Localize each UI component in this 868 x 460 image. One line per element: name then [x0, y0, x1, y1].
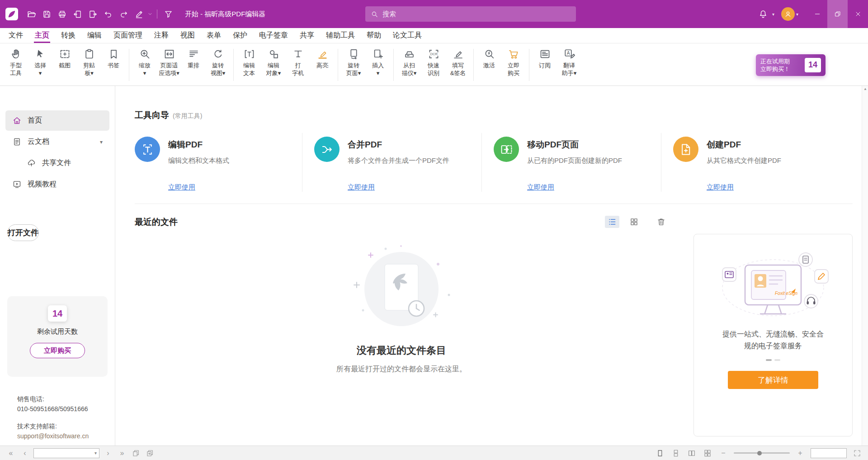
menu-item-protect[interactable]: 保护 — [227, 28, 253, 43]
sidebar-item-home[interactable]: 首页 — [5, 110, 109, 131]
support-email-link[interactable]: support@foxitsoftware.cn — [17, 431, 89, 441]
esign-tool-button[interactable] — [131, 6, 146, 22]
restore-button[interactable] — [827, 0, 848, 28]
tool-card-move-pdf-pages[interactable]: 移动PDF页面 从已有的PDF页面创建新的PDF 立即使用 — [494, 133, 661, 192]
ribbon-scanner[interactable]: 从扫描仪▾ — [397, 44, 421, 85]
learn-more-button[interactable]: 了解详情 — [728, 371, 818, 389]
sidebar-item-shared-files[interactable]: 共享文件 — [5, 153, 109, 173]
menu-item-comment[interactable]: 注释 — [148, 28, 175, 43]
ribbon-fill-sign[interactable]: 填写&签名 — [446, 44, 470, 85]
page-dropdown-caret-icon[interactable]: ▾ — [94, 451, 97, 455]
close-button[interactable] — [848, 0, 868, 28]
ribbon-buy-now[interactable]: 立即购买 — [501, 44, 526, 85]
undo-button[interactable] — [100, 6, 116, 22]
zoom-slider[interactable] — [734, 448, 790, 459]
sidebar-item-cloud-docs[interactable]: 云文档 ▾ — [5, 132, 109, 152]
ribbon-activate[interactable]: 激活 — [477, 44, 501, 85]
create-doc-button[interactable] — [85, 6, 100, 22]
single-page-view-button[interactable] — [655, 448, 665, 459]
chevron-down-icon[interactable]: ▾ — [100, 139, 103, 145]
facing-view-button[interactable] — [686, 448, 697, 459]
carousel-dot[interactable] — [774, 359, 780, 361]
menu-item-home[interactable]: 主页 — [29, 28, 55, 43]
menu-item-convert[interactable]: 转换 — [55, 28, 81, 43]
prev-page-button[interactable]: ‹ — [19, 448, 30, 459]
next-page-button[interactable]: › — [103, 448, 113, 459]
ribbon-zoom[interactable]: 缩放▾ — [132, 44, 157, 85]
ribbon-bookmark[interactable]: 书签 — [101, 44, 126, 85]
grid-view-button[interactable] — [627, 216, 641, 228]
ribbon-translate[interactable]: A翻译助手▾ — [557, 44, 581, 85]
open-file-cta-button[interactable]: 打开文件 — [7, 224, 39, 241]
customize-toolbar-button[interactable] — [160, 6, 176, 22]
redo-button[interactable] — [116, 6, 131, 22]
tool-card-create-pdf[interactable]: 创建PDF 从其它格式文件创建PDF 立即使用 — [673, 133, 853, 192]
ribbon-hand-tool[interactable]: 手型工具 — [4, 44, 28, 85]
menu-item-file[interactable]: 文件 — [3, 28, 29, 43]
tool-card-merge-pdf[interactable]: 合并PDF 将多个文件合并生成一个PDF文件 立即使用 — [314, 133, 482, 192]
menu-item-page-manage[interactable]: 页面管理 — [108, 28, 148, 43]
menu-item-view[interactable]: 视图 — [175, 28, 201, 43]
sidebar-item-video-tutorials[interactable]: 视频教程 — [5, 174, 109, 194]
buy-now-button[interactable]: 立即购买 — [30, 343, 85, 358]
ribbon-clipboard[interactable]: 剪贴板▾ — [77, 44, 101, 85]
ribbon-fit-options[interactable]: 页面适应选项▾ — [157, 44, 181, 85]
search-input[interactable]: 搜索 — [365, 6, 576, 22]
use-now-link[interactable]: 立即使用 — [527, 183, 554, 192]
ribbon-edit-text[interactable]: 编辑文本 — [237, 44, 261, 85]
menu-item-help[interactable]: 帮助 — [361, 28, 387, 43]
ribbon-reflow[interactable]: 重排 — [181, 44, 206, 85]
clipboard-pages-button[interactable] — [145, 448, 156, 459]
page-number-input[interactable]: ▾ — [33, 448, 99, 458]
fullscreen-button[interactable] — [852, 448, 863, 459]
menu-item-edit[interactable]: 编辑 — [81, 28, 108, 43]
merge-pdf-glyph-icon — [320, 142, 334, 156]
menu-item-assist-tools[interactable]: 辅助工具 — [320, 28, 361, 43]
bell-caret-icon[interactable]: ▾ — [772, 12, 774, 17]
content-scrollbar[interactable]: ▲ — [862, 86, 868, 446]
esign-dropdown-button[interactable] — [146, 6, 154, 22]
first-page-button[interactable]: « — [5, 448, 16, 459]
open-file-button[interactable] — [24, 6, 39, 22]
ribbon-select[interactable]: 选择▾ — [28, 44, 52, 85]
use-now-link[interactable]: 立即使用 — [707, 183, 734, 192]
print-button[interactable] — [54, 6, 70, 22]
clear-recent-button[interactable] — [654, 216, 668, 228]
menu-item-share[interactable]: 共享 — [294, 28, 320, 43]
notifications-button[interactable] — [755, 6, 771, 22]
last-page-button[interactable]: » — [117, 448, 127, 459]
tool-card-edit-pdf[interactable]: 编辑PDF 编辑文档和文本格式 立即使用 — [135, 133, 302, 192]
trial-banner[interactable]: 正在试用期 立即购买！ 14 — [756, 54, 826, 76]
scroll-up-icon[interactable]: ▲ — [862, 87, 868, 91]
account-avatar[interactable] — [781, 7, 795, 21]
ribbon-insert[interactable]: 插入▾ — [366, 44, 390, 85]
ribbon-rotate-view[interactable]: 旋转视图▾ — [206, 44, 230, 85]
use-now-link[interactable]: 立即使用 — [348, 183, 375, 192]
zoom-in-button[interactable]: + — [795, 448, 806, 459]
facing-continuous-view-button[interactable] — [702, 448, 713, 459]
save-button[interactable] — [39, 6, 54, 22]
export-doc-button[interactable] — [70, 6, 85, 22]
ribbon-subscribe[interactable]: 订阅 — [533, 44, 557, 85]
carousel-dot-active[interactable] — [766, 359, 772, 361]
account-caret-icon[interactable]: ▾ — [796, 12, 798, 17]
ribbon-edit-object[interactable]: 编辑对象▾ — [261, 44, 286, 85]
list-view-button[interactable] — [605, 216, 619, 228]
zoom-value-input[interactable] — [811, 448, 847, 458]
zoom-slider-track[interactable] — [734, 452, 790, 454]
ribbon-rotate-pages[interactable]: 旋转页面▾ — [341, 44, 366, 85]
ribbon-snapshot[interactable]: 截图 — [52, 44, 77, 85]
continuous-view-button[interactable] — [670, 448, 681, 459]
zoom-out-button[interactable]: − — [718, 448, 729, 459]
ribbon-ocr[interactable]: OCR快速识别 — [421, 44, 446, 85]
minimize-button[interactable] — [807, 0, 827, 28]
ribbon-typewriter[interactable]: 打字机 — [286, 44, 310, 85]
menu-item-form[interactable]: 表单 — [201, 28, 227, 43]
zoom-slider-thumb[interactable] — [757, 451, 762, 455]
use-now-link[interactable]: 立即使用 — [168, 183, 195, 192]
ribbon-highlight[interactable]: 高亮 — [310, 44, 335, 85]
snapshot-pages-button[interactable] — [131, 448, 142, 459]
menu-item-esign[interactable]: 电子签章 — [253, 28, 294, 43]
carousel-dots[interactable] — [766, 359, 780, 361]
menu-item-paper-tools[interactable]: 论文工具 — [387, 28, 428, 43]
